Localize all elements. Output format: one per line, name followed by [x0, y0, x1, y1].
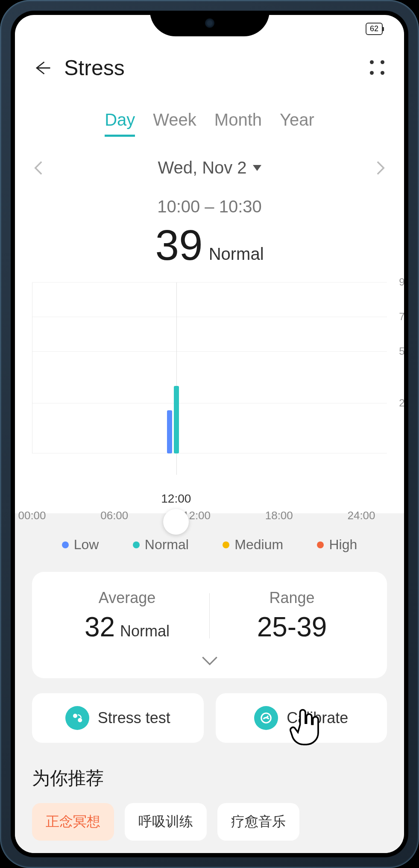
- stress-test-button[interactable]: Stress test: [32, 693, 204, 743]
- selected-time-range: 10:00 – 10:30: [15, 197, 404, 216]
- recommend-title: 为你推荐: [32, 766, 387, 790]
- reading-value: 39: [155, 221, 202, 270]
- legend-item: Normal: [133, 537, 189, 553]
- x-tick: 00:00: [18, 509, 46, 522]
- stat-title: Average: [45, 589, 209, 607]
- time-slider[interactable]: 12:0000:0006:0012:0018:0024:00: [32, 453, 387, 513]
- recommend-chip[interactable]: 疗愈音乐: [217, 803, 299, 841]
- current-reading: 39 Normal: [15, 221, 404, 270]
- stat-value: 32: [85, 611, 115, 643]
- x-tick: 18:00: [265, 509, 293, 522]
- stat-title: Range: [210, 589, 374, 607]
- y-tick: 79: [399, 311, 404, 323]
- time-range-tabs: Day Week Month Year: [15, 93, 404, 145]
- reading-status: Normal: [209, 244, 264, 264]
- page-title: Stress: [64, 56, 125, 80]
- stress-test-icon: [65, 706, 89, 730]
- legend-item: Low: [62, 537, 99, 553]
- stat-range: Range 25-39: [210, 589, 374, 643]
- header: Stress: [15, 43, 404, 93]
- date-navigator: Wed, Nov 2: [15, 145, 404, 185]
- x-tick: 24:00: [347, 509, 375, 522]
- tab-week[interactable]: Week: [153, 110, 196, 137]
- prev-date-icon[interactable]: [32, 162, 45, 174]
- stat-average: Average 32 Normal: [45, 589, 209, 643]
- y-tick: 29: [399, 397, 404, 409]
- chart-bar[interactable]: [167, 410, 172, 453]
- y-tick: 99: [399, 276, 404, 288]
- legend-item: High: [317, 537, 357, 553]
- svg-point-0: [73, 714, 77, 718]
- action-label: Stress test: [98, 709, 170, 727]
- recommend-chip[interactable]: 正念冥想: [32, 803, 114, 841]
- back-icon[interactable]: [32, 57, 53, 79]
- stat-value: 25-39: [257, 611, 327, 643]
- stat-status: Normal: [120, 622, 170, 640]
- stress-chart: 029597999: [32, 282, 387, 453]
- chart-bar[interactable]: [174, 386, 179, 453]
- svg-point-1: [78, 718, 82, 722]
- expand-icon[interactable]: [45, 656, 374, 668]
- y-tick: 59: [399, 345, 404, 357]
- battery-indicator: 62: [366, 23, 383, 35]
- calibrate-button[interactable]: Calibrate: [216, 693, 387, 743]
- slider-selected-label: 12:00: [161, 492, 191, 506]
- action-label: Calibrate: [287, 709, 348, 727]
- recommend-chips: 正念冥想呼吸训练疗愈音乐: [32, 803, 387, 841]
- date-label: Wed, Nov 2: [158, 158, 246, 177]
- more-icon[interactable]: [368, 59, 387, 77]
- date-selector[interactable]: Wed, Nov 2: [158, 158, 261, 177]
- chart-legend: LowNormalMediumHigh: [32, 530, 387, 572]
- recommend-chip[interactable]: 呼吸训练: [125, 803, 207, 841]
- tab-year[interactable]: Year: [280, 110, 314, 137]
- stats-card: Average 32 Normal Range 25-39: [32, 572, 387, 678]
- next-date-icon[interactable]: [374, 162, 387, 174]
- x-tick: 06:00: [100, 509, 128, 522]
- calibrate-icon: [254, 706, 278, 730]
- tab-month[interactable]: Month: [214, 110, 262, 137]
- slider-handle[interactable]: [163, 509, 189, 535]
- legend-item: Medium: [223, 537, 283, 553]
- dropdown-icon: [253, 165, 261, 171]
- tab-day[interactable]: Day: [105, 110, 135, 137]
